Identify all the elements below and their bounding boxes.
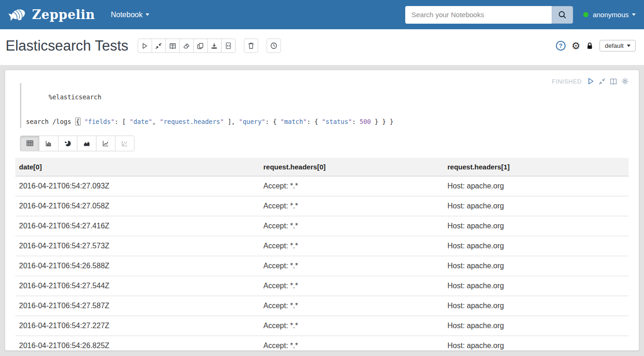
note-titlebar: Elasticsearch Tests (0, 29, 644, 65)
caret-down-icon (627, 45, 631, 47)
cell-date: 2016-04-21T06:54:26.825Z (15, 336, 260, 351)
area-chart-icon (83, 140, 90, 147)
interpreter-binding-dropdown[interactable]: default (599, 40, 636, 52)
cell-host: Host: apache.org (444, 256, 629, 276)
cell-accept: Accept: *.* (260, 296, 444, 316)
notebook-menu[interactable]: Notebook (111, 11, 150, 19)
paragraph-settings-gear-icon[interactable] (621, 78, 629, 85)
clone-note-button[interactable] (193, 39, 208, 53)
table-row: 2016-04-21T06:54:27.573Z Accept: *.* Hos… (15, 236, 629, 256)
cell-host: Host: apache.org (444, 196, 629, 216)
cell-date: 2016-04-21T06:54:27.058Z (15, 196, 260, 216)
viz-line-chart-button[interactable] (96, 136, 115, 151)
cell-host: Host: apache.org (444, 276, 629, 296)
clock-icon (270, 42, 277, 49)
viz-area-chart-button[interactable] (77, 136, 96, 151)
cell-accept: Accept: *.* (260, 176, 444, 196)
note-toolbar (138, 39, 236, 53)
cell-host: Host: apache.org (444, 316, 629, 336)
cell-date: 2016-04-21T06:54:27.416Z (15, 216, 260, 236)
brand-name: Zeppelin (32, 7, 95, 22)
compress-icon (155, 43, 162, 49)
caret-down-icon (632, 13, 636, 16)
cell-date: 2016-04-21T06:54:27.587Z (15, 296, 260, 316)
user-menu[interactable]: anonymous (593, 11, 636, 19)
cell-date: 2016-04-21T06:54:27.227Z (15, 316, 260, 336)
cell-accept: Accept: *.* (260, 276, 444, 296)
table-icon (26, 140, 33, 146)
cell-host: Host: apache.org (444, 216, 629, 236)
revision-label: default (605, 42, 624, 49)
note-title[interactable]: Elasticsearch Tests (6, 38, 128, 54)
scatter-chart-icon (121, 140, 128, 147)
search-icon (558, 11, 567, 19)
cell-accept: Accept: *.* (260, 196, 444, 216)
search-button[interactable] (552, 6, 573, 24)
zeppelin-brand[interactable]: Zeppelin (8, 7, 95, 23)
result-table: date[0] request.headers[0] request.heade… (15, 158, 629, 351)
note-settings-gear-icon[interactable]: ⚙ (572, 41, 580, 51)
cell-accept: Accept: *.* (260, 316, 444, 336)
column-header-date[interactable]: date[0] (15, 158, 260, 176)
toggle-editor-button[interactable] (610, 78, 617, 85)
search-input[interactable] (405, 6, 552, 24)
top-navbar: Zeppelin Notebook anonymous (0, 0, 644, 29)
hide-code-button[interactable] (152, 39, 166, 53)
table-row: 2016-04-21T06:54:27.416Z Accept: *.* Hos… (15, 216, 629, 236)
version-control-button[interactable] (221, 39, 236, 53)
table-row: 2016-04-21T06:54:27.058Z Accept: *.* Hos… (15, 196, 629, 216)
table-row: 2016-04-21T06:54:27.544Z Accept: *.* Hos… (15, 276, 629, 296)
cell-date: 2016-04-21T06:54:27.573Z (15, 236, 260, 256)
notebook-menu-label: Notebook (111, 11, 143, 19)
viz-table-button[interactable] (20, 136, 39, 151)
clear-output-button[interactable] (179, 39, 194, 53)
eraser-icon (183, 43, 190, 49)
table-row: 2016-04-21T06:54:27.093Z Accept: *.* Hos… (15, 176, 629, 196)
cell-date: 2016-04-21T06:54:27.093Z (15, 176, 260, 196)
caret-down-icon (146, 13, 149, 16)
table-row: 2016-04-21T06:54:27.587Z Accept: *.* Hos… (15, 296, 629, 316)
play-icon (141, 43, 148, 49)
cell-date: 2016-04-21T06:54:26.588Z (15, 256, 260, 276)
clone-icon (197, 43, 204, 49)
connection-status-dot (583, 12, 588, 17)
run-paragraph-button[interactable] (587, 78, 594, 85)
download-icon (211, 43, 217, 49)
table-row: 2016-04-21T06:54:27.227Z Accept: *.* Hos… (15, 316, 629, 336)
column-header-request-headers-0[interactable]: request.headers[0] (260, 158, 444, 176)
code-editor[interactable]: %elasticsearch search /logs { "fields": … (20, 83, 518, 128)
cell-accept: Accept: *.* (260, 256, 444, 276)
matched-bracket: { (75, 117, 81, 126)
table-row: 2016-04-21T06:54:26.588Z Accept: *.* Hos… (15, 256, 629, 276)
viz-pie-chart-button[interactable] (58, 136, 77, 151)
viz-bar-chart-button[interactable] (39, 136, 58, 151)
cell-host: Host: apache.org (444, 336, 629, 351)
help-glyph: ? (559, 42, 562, 49)
cell-host: Host: apache.org (444, 296, 629, 316)
book-icon (169, 43, 176, 49)
paragraph-status: FINISHED (552, 78, 582, 85)
run-all-button[interactable] (138, 39, 152, 53)
export-note-button[interactable] (207, 39, 222, 53)
user-name: anonymous (593, 11, 629, 19)
code-line-interpreter: %elasticsearch (26, 84, 518, 110)
help-icon[interactable]: ? (556, 41, 566, 51)
hide-output-button[interactable] (166, 39, 180, 53)
visualization-selector (20, 136, 639, 151)
file-code-icon (225, 42, 231, 49)
cell-accept: Accept: *.* (260, 216, 444, 236)
cell-host: Host: apache.org (444, 236, 629, 256)
paragraph-controls: FINISHED (552, 78, 629, 85)
viz-scatter-chart-button[interactable] (115, 136, 134, 151)
cell-date: 2016-04-21T06:54:27.544Z (15, 276, 260, 296)
pie-chart-icon (64, 140, 71, 147)
collapse-paragraph-button[interactable] (599, 78, 606, 85)
trash-icon (248, 42, 254, 49)
column-header-request-headers-1[interactable]: request.headers[1] (444, 158, 629, 176)
notebook-search (405, 6, 573, 24)
scheduler-button[interactable] (267, 39, 281, 53)
delete-note-button[interactable] (244, 39, 258, 53)
cell-accept: Accept: *.* (260, 236, 444, 256)
permissions-lock-icon[interactable] (586, 42, 593, 50)
line-chart-icon (102, 140, 109, 147)
